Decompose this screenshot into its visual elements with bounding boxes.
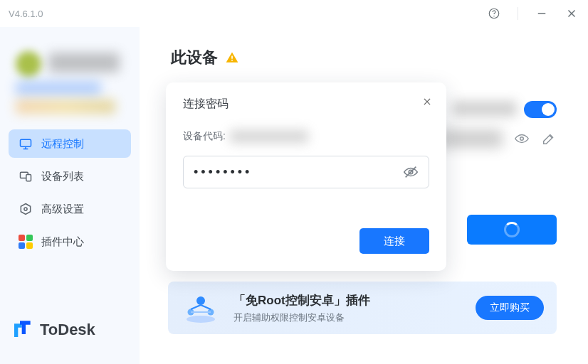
user-info-redacted	[16, 81, 101, 95]
connect-password-modal: 连接密码 设备代码: 连接	[166, 82, 446, 271]
sidebar-item-label: 插件中心	[41, 235, 84, 249]
promo-subtitle: 开启辅助权限控制安卓设备	[233, 311, 370, 324]
version-label: V4.6.1.0	[9, 9, 43, 19]
svg-point-16	[196, 296, 205, 305]
svg-line-19	[191, 305, 201, 309]
section-title-row: 此设备	[171, 47, 557, 68]
promo-text: 「免Root控制安卓」插件 开启辅助权限控制安卓设备	[233, 292, 370, 324]
password-input[interactable]	[194, 165, 396, 180]
svg-point-1	[493, 16, 494, 16]
titlebar: V4.6.1.0	[0, 0, 588, 27]
modal-actions: 连接	[183, 228, 429, 254]
eye-icon[interactable]	[514, 131, 530, 146]
svg-line-20	[201, 305, 211, 309]
promo-title: 「免Root控制安卓」插件	[233, 292, 370, 309]
devices-icon	[19, 169, 33, 183]
help-icon[interactable]	[488, 7, 500, 20]
monitor-icon	[19, 136, 33, 151]
toggle-row	[524, 101, 557, 118]
device-code-row	[439, 129, 557, 148]
section-title: 此设备	[171, 47, 218, 68]
svg-rect-12	[231, 56, 233, 59]
sidebar-item-plugin-center[interactable]: 插件中心	[9, 228, 131, 256]
divider	[518, 7, 518, 20]
device-code-line: 设备代码:	[183, 130, 429, 143]
password-input-wrap	[183, 156, 429, 188]
auto-start-toggle[interactable]	[524, 101, 557, 118]
close-button[interactable]	[565, 7, 578, 20]
svg-rect-9	[26, 175, 31, 181]
connect-loading-button[interactable]	[467, 215, 557, 245]
settings-nut-icon	[19, 202, 33, 216]
brand-name: ToDesk	[40, 321, 95, 339]
window-controls	[488, 7, 578, 20]
connect-loading-row	[467, 215, 557, 245]
warning-icon[interactable]	[225, 50, 239, 65]
svg-point-11	[24, 208, 27, 210]
brand: ToDesk	[9, 317, 131, 353]
android-network-icon	[181, 288, 221, 328]
edit-icon[interactable]	[541, 131, 557, 146]
modal-title: 连接密码	[183, 97, 429, 112]
modal-connect-button[interactable]: 连接	[359, 228, 429, 254]
sidebar: 远程控制 设备列表 高级设置	[0, 27, 140, 364]
modal-close-button[interactable]	[421, 95, 434, 108]
promo-card: 「免Root控制安卓」插件 开启辅助权限控制安卓设备 立即购买	[168, 282, 557, 334]
plugin-icon	[19, 235, 33, 249]
profile-block	[9, 40, 131, 118]
sidebar-item-label: 远程控制	[41, 137, 84, 151]
toggle-label-redacted	[453, 101, 517, 117]
sidebar-item-remote-control[interactable]: 远程控制	[9, 129, 131, 158]
spinner-icon	[504, 222, 520, 237]
svg-rect-13	[231, 60, 233, 61]
sidebar-item-label: 高级设置	[41, 203, 84, 216]
user-name-redacted	[48, 53, 120, 73]
sidebar-item-device-list[interactable]: 设备列表	[9, 162, 131, 191]
device-code-label: 设备代码:	[183, 130, 226, 143]
minimize-button[interactable]	[535, 7, 548, 20]
svg-rect-5	[21, 139, 31, 146]
user-badge-redacted	[16, 100, 115, 114]
device-code-value-redacted	[230, 130, 308, 143]
device-code-redacted	[439, 129, 503, 148]
eye-off-icon[interactable]	[403, 164, 419, 180]
svg-point-15	[187, 316, 215, 323]
sidebar-item-label: 设备列表	[41, 170, 84, 183]
promo-buy-button[interactable]: 立即购买	[476, 296, 544, 320]
sidebar-item-advanced-settings[interactable]: 高级设置	[9, 195, 131, 223]
svg-marker-10	[21, 204, 30, 215]
svg-point-14	[520, 137, 524, 141]
brand-logo-icon	[11, 317, 34, 343]
app-window: V4.6.1.0	[0, 0, 588, 364]
avatar[interactable]	[16, 51, 41, 77]
nav: 远程控制 设备列表 高级设置	[9, 129, 131, 256]
